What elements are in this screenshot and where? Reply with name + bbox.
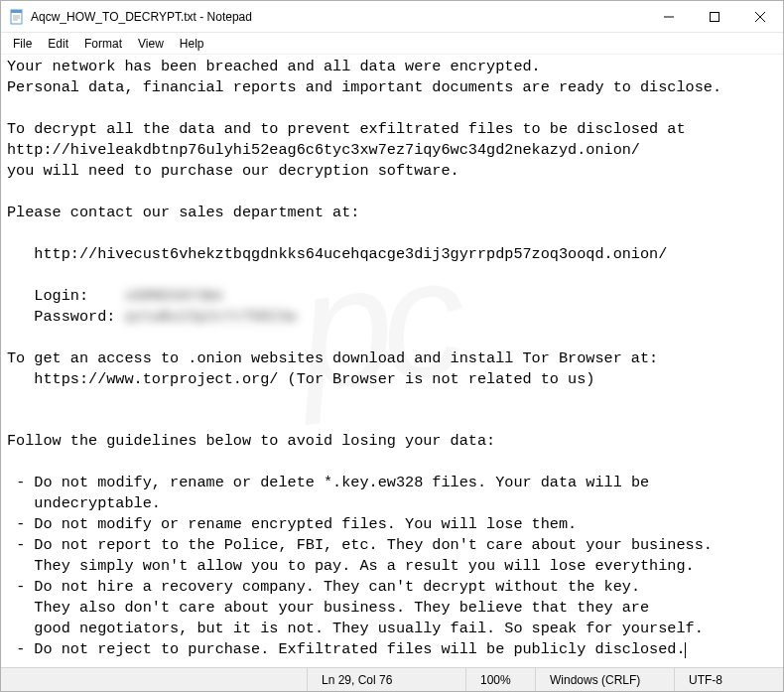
text-caret: [685, 642, 686, 658]
menu-format[interactable]: Format: [76, 35, 130, 53]
notepad-window: Aqcw_HOW_TO_DECRYPT.txt - Notepad File E…: [0, 0, 784, 692]
text-line: They also don't care about your business…: [7, 599, 649, 617]
titlebar[interactable]: Aqcw_HOW_TO_DECRYPT.txt - Notepad: [1, 1, 783, 33]
status-line-ending: Windows (CRLF): [535, 668, 674, 691]
svg-rect-6: [711, 13, 719, 22]
menu-edit[interactable]: Edit: [40, 35, 76, 53]
window-controls: [646, 1, 783, 32]
text-line: To decrypt all the data and to prevent e…: [7, 120, 686, 138]
svg-rect-1: [11, 10, 22, 13]
password-value-redacted: qxtwBu23p2x7cT6R23w: [124, 308, 296, 326]
status-zoom: 100%: [465, 668, 535, 691]
text-line: good negotiators, but it is not. They us…: [7, 620, 704, 637]
text-line: - Do not modify, rename or delete *.key.…: [7, 474, 649, 491]
status-position: Ln 29, Col 76: [307, 668, 465, 691]
text-line: undecryptable.: [7, 494, 161, 512]
window-title: Aqcw_HOW_TO_DECRYPT.txt - Notepad: [31, 10, 646, 24]
text-line: - Do not hire a recovery company. They c…: [7, 578, 640, 596]
login-label: Login:: [7, 287, 124, 305]
maximize-button[interactable]: [692, 1, 737, 33]
menu-file[interactable]: File: [5, 35, 40, 53]
text-line: http://hiveleakdbtnp76ulyhi52eag6c6tyc3x…: [7, 141, 640, 159]
text-line: Follow the guidelines below to avoid los…: [7, 432, 495, 450]
text-line: you will need to purchase our decryption…: [7, 162, 459, 180]
menubar: File Edit Format View Help: [1, 33, 783, 55]
watermark-text: pc: [288, 201, 465, 449]
menu-view[interactable]: View: [130, 35, 172, 53]
text-line: http://hivecust6vhekztbqgdnkks64ucehqacg…: [7, 245, 667, 263]
login-value-redacted: xGRND3AY3Wx: [124, 287, 223, 305]
text-line: https://www.torproject.org/ (Tor Browser…: [7, 370, 594, 388]
text-line: To get an access to .onion websites down…: [7, 349, 658, 367]
text-area[interactable]: pcYour network has been breached and all…: [1, 55, 783, 667]
text-line: - Do not modify or rename encrypted file…: [7, 515, 577, 533]
menu-help[interactable]: Help: [172, 35, 212, 53]
password-label: Password:: [7, 308, 124, 326]
status-encoding: UTF-8: [674, 668, 783, 691]
text-line: Your network has been breached and all d…: [7, 58, 541, 75]
minimize-button[interactable]: [646, 1, 692, 33]
text-line: Personal data, financial reports and imp…: [7, 78, 721, 96]
statusbar: Ln 29, Col 76 100% Windows (CRLF) UTF-8: [1, 667, 783, 691]
text-line: They simply won't allow you to pay. As a…: [7, 557, 695, 575]
close-button[interactable]: [737, 1, 783, 33]
notepad-icon: [9, 9, 25, 25]
text-line: - Do not reject to purchase. Exfiltrated…: [7, 640, 686, 658]
text-line: - Do not report to the Police, FBI, etc.…: [7, 536, 713, 554]
text-line: Please contact our sales department at:: [7, 204, 359, 221]
